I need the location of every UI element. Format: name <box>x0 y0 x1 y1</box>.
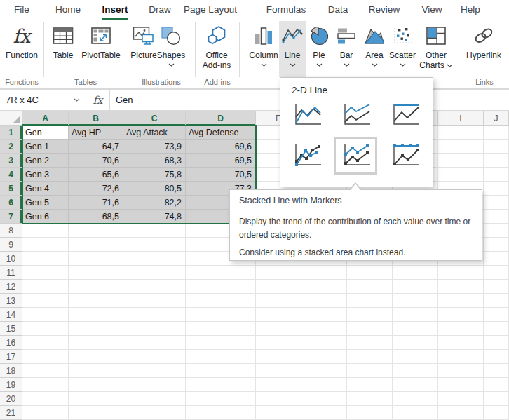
area-chart-button[interactable]: Area <box>362 21 387 77</box>
menu-tab-page-layout[interactable]: Page Layout <box>184 0 237 18</box>
cell-A19[interactable] <box>22 378 69 392</box>
cell-E14[interactable] <box>256 308 301 322</box>
cell-C18[interactable] <box>123 364 186 378</box>
cell-D4[interactable]: 70,5 <box>186 168 256 182</box>
cell-F16[interactable] <box>301 336 347 350</box>
cell-J20[interactable] <box>484 392 509 406</box>
row-header-18[interactable]: 18 <box>0 364 22 378</box>
cell-C2[interactable]: 73,9 <box>123 140 186 154</box>
cell-G19[interactable] <box>347 378 393 392</box>
chevron-down-icon[interactable] <box>290 63 296 67</box>
chart-type-stacked-line[interactable] <box>339 102 372 128</box>
chevron-down-icon[interactable] <box>168 63 175 67</box>
row-header-9[interactable]: 9 <box>0 238 22 252</box>
cell-J7[interactable] <box>484 210 509 224</box>
picture-button[interactable]: Picture <box>129 21 158 77</box>
cell-B17[interactable] <box>69 350 123 364</box>
menu-tab-data[interactable]: Data <box>328 0 348 18</box>
menu-tab-view[interactable]: View <box>421 0 442 18</box>
cell-F15[interactable] <box>301 322 347 336</box>
other-charts-button[interactable]: Other Charts <box>419 21 454 77</box>
name-box[interactable]: 7R x 4C <box>0 90 86 110</box>
bar-chart-button[interactable]: Bar <box>334 21 358 77</box>
cell-J4[interactable] <box>484 168 509 182</box>
cell-E15[interactable] <box>256 322 301 336</box>
cell-J17[interactable] <box>484 350 509 364</box>
cell-A16[interactable] <box>22 336 69 350</box>
cell-B19[interactable] <box>69 378 123 392</box>
cell-A7[interactable]: Gen 6 <box>22 210 69 224</box>
cell-I3[interactable] <box>438 154 484 168</box>
cell-C15[interactable] <box>123 322 186 336</box>
cell-B8[interactable] <box>69 224 123 238</box>
cell-J3[interactable] <box>484 154 509 168</box>
column-header-D[interactable]: D <box>186 111 256 126</box>
cell-D12[interactable] <box>186 280 256 294</box>
row-header-6[interactable]: 6 <box>0 196 22 210</box>
cell-H18[interactable] <box>393 364 438 378</box>
cell-J12[interactable] <box>484 280 509 294</box>
chevron-down-icon[interactable] <box>400 63 406 67</box>
cell-A1[interactable]: Gen <box>22 126 69 140</box>
cell-I12[interactable] <box>438 280 484 294</box>
cell-D3[interactable]: 69,5 <box>186 154 256 168</box>
cell-E20[interactable] <box>256 392 301 406</box>
cell-J10[interactable] <box>484 252 509 266</box>
cell-J6[interactable] <box>484 196 509 210</box>
cell-H16[interactable] <box>393 336 438 350</box>
cell-J14[interactable] <box>484 308 509 322</box>
row-header-15[interactable]: 15 <box>0 322 22 336</box>
table-button[interactable]: Table <box>46 21 80 77</box>
column-header-A[interactable]: A <box>22 111 69 126</box>
cell-C14[interactable] <box>123 308 186 322</box>
cell-G15[interactable] <box>347 322 393 336</box>
cell-B21[interactable] <box>69 406 123 420</box>
row-header-5[interactable]: 5 <box>0 182 22 196</box>
cell-C7[interactable]: 74,8 <box>123 210 186 224</box>
cell-J19[interactable] <box>484 378 509 392</box>
cell-C17[interactable] <box>123 350 186 364</box>
cell-A21[interactable] <box>22 406 69 420</box>
row-header-7[interactable]: 7 <box>0 210 22 224</box>
cell-D15[interactable] <box>186 322 256 336</box>
row-header-21[interactable]: 21 <box>0 406 22 420</box>
cell-C11[interactable] <box>123 266 186 280</box>
cell-J15[interactable] <box>484 322 509 336</box>
row-header-4[interactable]: 4 <box>0 168 22 182</box>
cell-B16[interactable] <box>69 336 123 350</box>
cell-C16[interactable] <box>123 336 186 350</box>
cell-G21[interactable] <box>347 406 393 420</box>
chart-type-100-percent-stacked-line-with-markers[interactable] <box>388 142 421 169</box>
cell-C12[interactable] <box>123 280 186 294</box>
cell-C21[interactable] <box>123 406 186 420</box>
cell-H13[interactable] <box>393 294 438 308</box>
menu-tab-help[interactable]: Help <box>461 0 480 18</box>
cell-A20[interactable] <box>22 392 69 406</box>
cell-J1[interactable] <box>484 126 509 140</box>
chevron-down-icon[interactable] <box>372 63 378 67</box>
cell-A6[interactable]: Gen 5 <box>22 196 69 210</box>
cell-I1[interactable] <box>438 126 484 140</box>
cell-J8[interactable] <box>484 224 509 238</box>
cell-J13[interactable] <box>484 294 509 308</box>
column-header-C[interactable]: C <box>123 111 186 126</box>
cell-D13[interactable] <box>186 294 256 308</box>
cell-G20[interactable] <box>347 392 393 406</box>
cell-H20[interactable] <box>393 392 438 406</box>
cell-A12[interactable] <box>22 280 69 294</box>
cell-I13[interactable] <box>438 294 484 308</box>
cell-C20[interactable] <box>123 392 186 406</box>
cell-B15[interactable] <box>69 322 123 336</box>
cell-I20[interactable] <box>438 392 484 406</box>
cell-I17[interactable] <box>438 350 484 364</box>
cell-D21[interactable] <box>186 406 256 420</box>
cell-F12[interactable] <box>301 280 347 294</box>
cell-D1[interactable]: Avg Defense <box>186 126 256 140</box>
cell-C3[interactable]: 68,3 <box>123 154 186 168</box>
cell-A13[interactable] <box>22 294 69 308</box>
cell-A9[interactable] <box>22 238 69 252</box>
cell-A4[interactable]: Gen 3 <box>22 168 69 182</box>
chart-type-stacked-line-with-markers[interactable] <box>334 137 377 175</box>
select-all-corner[interactable] <box>0 111 22 126</box>
cell-F13[interactable] <box>301 294 347 308</box>
